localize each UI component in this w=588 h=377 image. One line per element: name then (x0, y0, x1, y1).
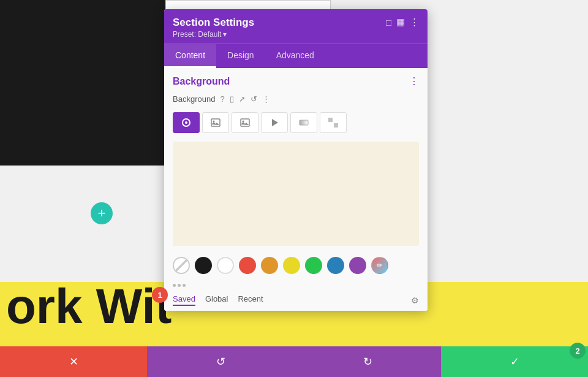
svg-rect-1 (211, 119, 220, 126)
swatch-white[interactable] (217, 257, 234, 274)
dot3 (183, 284, 186, 287)
bg-type-image[interactable] (202, 112, 229, 133)
undo-button[interactable]: ↺ (147, 346, 294, 377)
bg-type-image2[interactable] (232, 112, 258, 133)
background-title: Background (173, 76, 230, 87)
columns-icon[interactable]: ▦ (396, 17, 405, 28)
dots-more-btn[interactable] (164, 280, 428, 291)
dot1 (173, 284, 176, 287)
bg-type-video[interactable] (261, 112, 288, 133)
background-section-header: Background ⋮ (164, 68, 428, 92)
swatch-red[interactable] (239, 257, 256, 274)
color-tabs: Saved Global Recent (173, 294, 263, 306)
svg-point-0 (185, 121, 187, 124)
bg-help-icon[interactable]: ? (220, 94, 224, 104)
svg-rect-8 (334, 123, 338, 128)
bg-reset-icon[interactable]: ↺ (251, 94, 257, 104)
dark-overlay (0, 0, 165, 166)
swatch-transparent[interactable] (173, 257, 190, 274)
svg-rect-6 (300, 120, 308, 125)
canvas-text: ork Wit (0, 282, 172, 331)
panel-preset[interactable]: Preset: Default ▾ (173, 30, 254, 39)
preset-label: Preset: Default (173, 30, 221, 39)
panel-tabs: Content Design Advanced (164, 44, 428, 68)
svg-rect-3 (241, 119, 249, 126)
panel-title: Section Settings (173, 17, 254, 29)
bg-type-gradient[interactable] (290, 112, 317, 133)
tab-content[interactable]: Content (164, 44, 216, 68)
color-tabs-row: Saved Global Recent ⚙ (164, 291, 428, 311)
panel-header-left: Section Settings Preset: Default ▾ (173, 17, 254, 39)
svg-rect-7 (328, 118, 333, 122)
swatch-yellow[interactable] (283, 257, 300, 274)
cancel-button[interactable]: ✕ (0, 346, 147, 377)
redo-button[interactable]: ↻ (294, 346, 441, 377)
section-settings-panel: Section Settings Preset: Default ▾ □ ▦ ⋮… (164, 9, 428, 311)
dot2 (178, 284, 181, 287)
swatch-custom[interactable]: ✏ (371, 257, 388, 274)
tab-design[interactable]: Design (216, 44, 265, 68)
more-icon[interactable]: ⋮ (410, 17, 419, 28)
color-swatches-row: ✏ (164, 251, 428, 280)
swatch-blue[interactable] (327, 257, 344, 274)
panel-header: Section Settings Preset: Default ▾ □ ▦ ⋮ (164, 9, 428, 44)
expand-icon[interactable]: □ (386, 17, 391, 28)
bg-cursor-icon[interactable]: ➚ (239, 94, 246, 104)
save-button[interactable]: ✓ (441, 346, 588, 377)
swatch-orange[interactable] (261, 257, 278, 274)
bg-controls-row: Background ? ▯ ➚ ↺ ⋮ (164, 92, 428, 109)
badge-2: 2 (570, 343, 586, 359)
bg-options-icon[interactable]: ⋮ (262, 94, 270, 104)
color-tab-recent[interactable]: Recent (238, 294, 263, 306)
bg-device-icon[interactable]: ▯ (230, 94, 234, 104)
preset-arrow: ▾ (223, 30, 227, 39)
tab-advanced[interactable]: Advanced (265, 44, 325, 68)
panel-header-icons: □ ▦ ⋮ (386, 17, 419, 28)
bg-type-tabs (164, 109, 428, 137)
action-bar: ✕ ↺ ↻ ✓ (0, 346, 588, 377)
background-more-icon[interactable]: ⋮ (409, 75, 419, 87)
swatch-purple[interactable] (349, 257, 366, 274)
swatch-green[interactable] (305, 257, 322, 274)
color-tab-global[interactable]: Global (205, 294, 228, 306)
svg-marker-5 (272, 119, 278, 126)
color-preview (173, 142, 419, 246)
bg-label: Background (173, 94, 215, 104)
bg-type-pattern[interactable] (320, 112, 347, 133)
add-section-button[interactable]: + (91, 202, 113, 224)
color-tab-saved[interactable]: Saved (173, 294, 195, 306)
gear-icon[interactable]: ⚙ (411, 295, 419, 305)
bg-type-color[interactable] (173, 112, 200, 133)
swatch-black[interactable] (195, 257, 212, 274)
panel-body: Background ⋮ Background ? ▯ ➚ ↺ ⋮ (164, 68, 428, 311)
badge-1: 1 (152, 287, 168, 303)
